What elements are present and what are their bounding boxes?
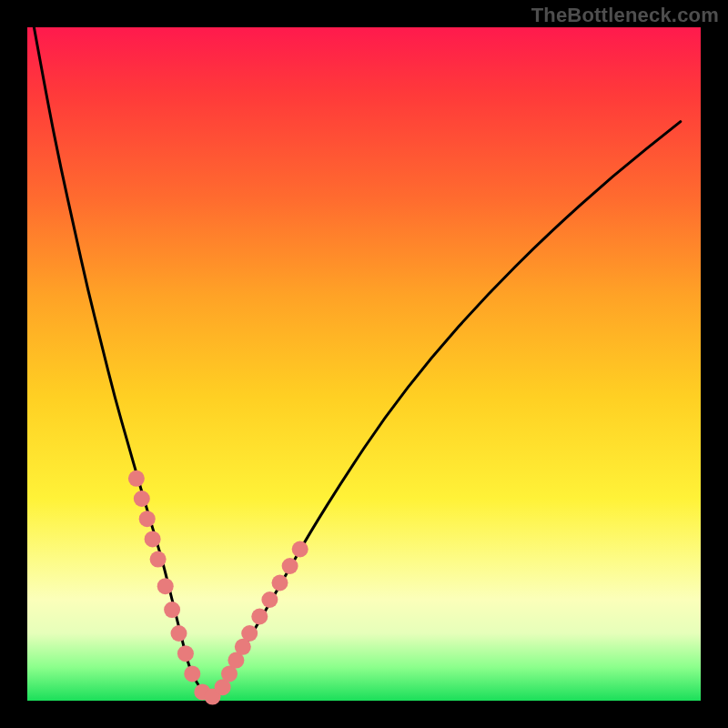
curve-marker <box>145 531 161 547</box>
watermark-text: TheBottleneck.com <box>531 4 719 27</box>
curve-marker <box>128 470 145 487</box>
curve-marker <box>139 511 156 527</box>
curve-marker <box>184 665 200 682</box>
curve-marker <box>150 551 167 568</box>
bottleneck-curve <box>34 27 680 695</box>
chart-overlay <box>27 27 701 701</box>
curve-marker <box>164 602 180 618</box>
curve-marker <box>134 490 150 507</box>
curve-marker <box>261 592 278 608</box>
curve-marker <box>177 645 194 662</box>
chart-stage: TheBottleneck.com <box>0 0 728 728</box>
curve-marker <box>241 625 258 642</box>
curve-marker <box>251 609 268 625</box>
curve-markers <box>128 470 308 705</box>
curve-marker <box>272 575 288 592</box>
curve-marker <box>282 558 298 574</box>
curve-marker <box>171 625 187 642</box>
curve-marker <box>292 541 308 558</box>
curve-marker <box>157 578 174 594</box>
